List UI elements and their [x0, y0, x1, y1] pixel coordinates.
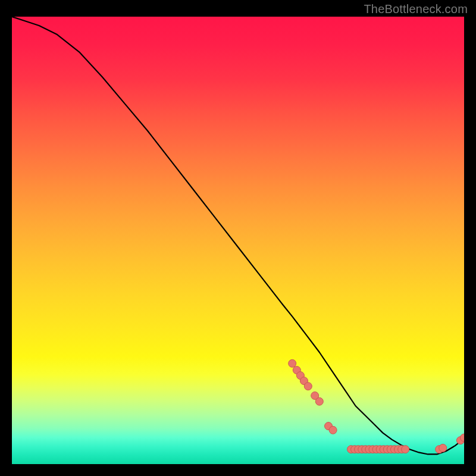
data-marker	[304, 383, 312, 390]
data-marker	[329, 426, 337, 434]
plot-area	[12, 17, 464, 464]
data-markers	[289, 359, 464, 453]
data-marker	[402, 446, 409, 453]
data-marker	[289, 359, 296, 367]
data-marker	[439, 444, 447, 452]
data-marker	[315, 397, 323, 405]
chart-frame: TheBottleneck.com	[0, 0, 476, 476]
attribution-text: TheBottleneck.com	[364, 2, 468, 16]
bottleneck-curve	[12, 17, 464, 454]
chart-svg	[12, 17, 464, 464]
